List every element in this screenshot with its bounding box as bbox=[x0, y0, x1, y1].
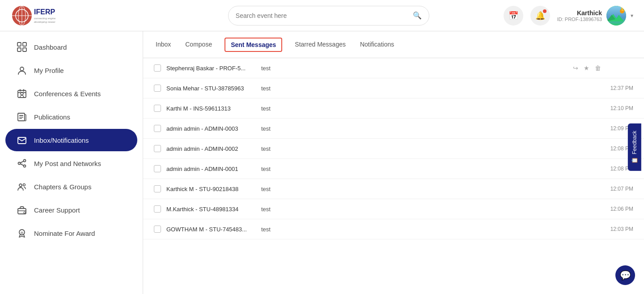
svg-rect-20 bbox=[19, 115, 23, 116]
svg-rect-12 bbox=[17, 43, 21, 46]
chat-button[interactable]: 💬 bbox=[615, 265, 635, 285]
row-checkbox-4[interactable] bbox=[154, 145, 161, 152]
sidebar-item-label: My Post and Networks bbox=[34, 160, 101, 167]
row-checkbox-1[interactable] bbox=[154, 85, 161, 92]
svg-point-29 bbox=[23, 184, 25, 186]
message-list: Stephenraj Baskar - PROF-5... test ↪ ★ 🗑… bbox=[143, 58, 644, 239]
row-checkbox-5[interactable] bbox=[154, 165, 161, 172]
tab-sent-messages[interactable]: Sent Messages bbox=[225, 38, 282, 52]
message-subject-6: test bbox=[261, 186, 596, 192]
briefcase-icon bbox=[16, 205, 28, 215]
table-row[interactable]: GOWTHAM M - STU-745483... test 12:03 PM bbox=[143, 219, 644, 239]
message-sender-2: Karthi M - INS-59611313 bbox=[166, 105, 256, 112]
row-checkbox-7[interactable] bbox=[154, 205, 161, 213]
table-row[interactable]: Sonia Mehar - STU-38785963 test 12:37 PM bbox=[143, 78, 644, 98]
sidebar-item-inbox-notifications[interactable]: Inbox/Notifications bbox=[5, 129, 137, 151]
table-row[interactable]: admin admin - ADMIN-0001 test 12:08 PM bbox=[143, 159, 644, 179]
svg-rect-13 bbox=[23, 43, 26, 46]
star-icon[interactable]: ★ bbox=[584, 64, 589, 72]
feedback-icon: 📋 bbox=[631, 157, 638, 163]
tabs-bar: Inbox Compose Sent Messages Starred Mess… bbox=[143, 31, 644, 58]
sidebar-item-my-post-networks[interactable]: My Post and Networks bbox=[5, 152, 137, 175]
message-time-8: 12:03 PM bbox=[606, 226, 633, 232]
svg-rect-14 bbox=[17, 48, 21, 51]
user-icon bbox=[16, 65, 28, 75]
table-row[interactable]: Karthick M - STU-90218438 test 12:07 PM bbox=[143, 179, 644, 199]
user-name: Karthick bbox=[557, 9, 602, 17]
message-subject-5: test bbox=[261, 166, 596, 172]
sidebar-item-career-support[interactable]: Career Support bbox=[5, 199, 137, 221]
tab-notifications[interactable]: Notifications bbox=[358, 37, 396, 52]
feedback-button[interactable]: 📋 Feedback bbox=[628, 124, 641, 171]
table-row[interactable]: admin admin - ADMIN-0002 test 12:08 PM bbox=[143, 139, 644, 159]
message-time-2: 12:10 PM bbox=[606, 105, 633, 111]
search-icon: 🔍 bbox=[413, 11, 422, 20]
tab-compose[interactable]: Compose bbox=[183, 37, 214, 52]
search-input[interactable] bbox=[236, 12, 413, 19]
message-sender-0: Stephenraj Baskar - PROF-5... bbox=[166, 65, 256, 72]
table-row[interactable]: Karthi M - INS-59611313 test 12:10 PM bbox=[143, 98, 644, 119]
svg-text:connecting engineers...: connecting engineers... bbox=[34, 17, 55, 20]
sidebar-item-label: Nominate For Award bbox=[34, 230, 95, 237]
delete-icon[interactable]: 🗑 bbox=[595, 64, 601, 72]
svg-point-27 bbox=[21, 163, 23, 164]
svg-rect-17 bbox=[18, 90, 26, 98]
inbox-icon bbox=[16, 135, 28, 145]
row-checkbox-3[interactable] bbox=[154, 125, 161, 132]
message-subject-8: test bbox=[261, 226, 596, 233]
sidebar-item-dashboard[interactable]: Dashboard bbox=[5, 36, 137, 58]
layout: Dashboard My Profile bbox=[0, 31, 644, 294]
sidebar-item-nominate-award[interactable]: Nominate For Award bbox=[5, 222, 137, 244]
notification-dot bbox=[543, 9, 547, 13]
svg-rect-15 bbox=[23, 48, 26, 51]
user-info[interactable]: Karthick ID: PROF-13896763 bbox=[557, 6, 633, 26]
avatar: 👑 bbox=[606, 6, 626, 26]
svg-point-26 bbox=[24, 165, 26, 167]
tab-starred-messages[interactable]: Starred Messages bbox=[293, 37, 347, 52]
svg-point-24 bbox=[24, 160, 26, 162]
sidebar-item-label: My Profile bbox=[34, 67, 64, 74]
award-icon bbox=[16, 228, 28, 238]
tab-inbox[interactable]: Inbox bbox=[154, 37, 173, 52]
message-subject-0: test bbox=[261, 65, 568, 72]
table-row[interactable]: Stephenraj Baskar - PROF-5... test ↪ ★ 🗑 bbox=[143, 58, 644, 78]
svg-point-31 bbox=[24, 212, 25, 213]
grid-icon bbox=[16, 42, 28, 52]
row-checkbox-2[interactable] bbox=[154, 105, 161, 112]
row-checkbox-8[interactable] bbox=[154, 226, 161, 233]
sidebar-item-conferences-events[interactable]: Conferences & Events bbox=[5, 82, 137, 105]
chevron-down-icon: ▾ bbox=[631, 13, 633, 19]
reply-icon[interactable]: ↪ bbox=[573, 64, 578, 72]
svg-point-16 bbox=[20, 67, 24, 71]
svg-rect-22 bbox=[19, 118, 22, 119]
message-actions-0: ↪ ★ 🗑 bbox=[573, 64, 601, 72]
sidebar-item-label: Chapters & Groups bbox=[34, 183, 91, 191]
table-row[interactable]: admin admin - ADMIN-0003 test 12:09 PM bbox=[143, 119, 644, 139]
svg-point-25 bbox=[18, 162, 21, 165]
notification-button[interactable]: 🔔 bbox=[530, 6, 550, 26]
message-subject-1: test bbox=[261, 85, 596, 92]
crown-icon: 👑 bbox=[620, 6, 626, 11]
logo-area: IFERP connecting engineers... developing… bbox=[11, 4, 154, 27]
svg-text:developing research: developing research bbox=[34, 21, 55, 23]
message-time-7: 12:06 PM bbox=[606, 206, 633, 212]
message-subject-2: test bbox=[261, 105, 596, 112]
table-row[interactable]: M.Karthick - STU-48981334 test 12:06 PM bbox=[143, 199, 644, 219]
main-content: Inbox Compose Sent Messages Starred Mess… bbox=[143, 31, 644, 294]
calendar-button[interactable]: 📅 bbox=[504, 6, 523, 26]
newspaper-icon bbox=[16, 112, 28, 122]
message-sender-7: M.Karthick - STU-48981334 bbox=[166, 206, 256, 213]
header-actions: 📅 🔔 Karthick ID: PROF-13896763 bbox=[504, 6, 633, 26]
sidebar-item-publications[interactable]: Publications bbox=[5, 106, 137, 128]
sidebar-item-my-profile[interactable]: My Profile bbox=[5, 59, 137, 81]
user-id: ID: PROF-13896763 bbox=[557, 17, 602, 22]
sidebar-item-chapters-groups[interactable]: Chapters & Groups bbox=[5, 175, 137, 198]
message-sender-4: admin admin - ADMIN-0002 bbox=[166, 145, 256, 152]
header: IFERP connecting engineers... developing… bbox=[0, 0, 644, 31]
svg-point-28 bbox=[19, 184, 22, 187]
row-checkbox-6[interactable] bbox=[154, 185, 161, 192]
message-subject-7: test bbox=[261, 206, 596, 213]
row-checkbox-0[interactable] bbox=[154, 64, 161, 72]
message-sender-8: GOWTHAM M - STU-745483... bbox=[166, 226, 256, 233]
chat-icon: 💬 bbox=[620, 270, 631, 281]
